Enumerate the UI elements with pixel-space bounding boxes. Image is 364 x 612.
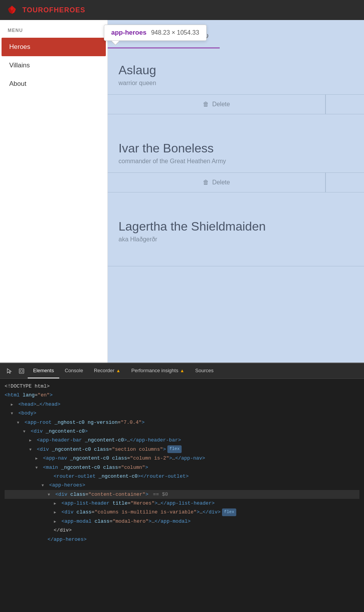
content-area: HEROES + ↻ Aslaug warrior queen 🗑 Delete…	[108, 20, 364, 363]
tooltip-size: 948.23 × 1054.33	[151, 29, 199, 36]
app-title: TOUROFHEROES	[22, 6, 85, 14]
svg-rect-8	[19, 369, 24, 373]
cursor-tool-button[interactable]	[3, 363, 15, 378]
tab-performance-label: Performance insights	[131, 368, 178, 373]
html-line-approot: ▼ <app-root _nghost-c0 ng-version="7.0.4…	[5, 418, 359, 427]
sidebar-item-about[interactable]: About	[2, 75, 106, 93]
action-right	[326, 95, 364, 114]
tab-elements-label: Elements	[33, 368, 54, 373]
tooltip-component-name: app-heroes	[111, 29, 147, 37]
delete-hero-button[interactable]: 🗑 Delete	[108, 173, 326, 192]
delete-label: Delete	[212, 179, 230, 186]
devtools-html-content[interactable]: <!DOCTYPE html> <html lang="en"> ▶ <head…	[0, 379, 364, 612]
card-spacer-1	[108, 114, 364, 130]
hero-actions: 🗑 Delete	[108, 172, 364, 192]
delete-hero-button[interactable]: 🗑 Delete	[108, 95, 326, 114]
hero-actions: 🗑 Delete	[108, 94, 364, 114]
performance-warning-icon: ▲	[180, 368, 184, 373]
tab-sources[interactable]: Sources	[190, 363, 219, 378]
html-line-html: <html lang="en">	[5, 391, 359, 400]
tab-elements[interactable]: Elements	[28, 363, 59, 378]
html-line-close-div: </div>	[5, 526, 359, 535]
hero-card-ivar: Ivar the Boneless commander of the Great…	[108, 130, 364, 192]
hero-description: warrior queen	[119, 80, 353, 87]
sidebar-item-heroes[interactable]: Heroes	[2, 38, 106, 56]
hero-name: Ivar the Boneless	[119, 141, 353, 156]
svg-rect-9	[20, 370, 23, 372]
delete-label: Delete	[212, 101, 230, 108]
html-line-app-modal: ▶ <app-modal class="modal-hero">…</app-m…	[5, 517, 359, 526]
recorder-warning-icon: ▲	[116, 368, 120, 373]
html-line-close-app-heroes: </app-heroes>	[5, 535, 359, 544]
app-layout: MENU Heroes Villains About HEROES + ↻ As…	[0, 20, 364, 363]
html-line-doctype: <!DOCTYPE html>	[5, 382, 359, 391]
html-line-content-container: ▼ <div class="content-container"> == $0	[5, 490, 359, 499]
top-nav-bar: TOUROFHEROES	[0, 0, 364, 20]
menu-label: MENU	[0, 28, 107, 38]
html-line-app-list-header: ▶ <app-list-header title="Heroes">…</app…	[5, 499, 359, 508]
trash-icon: 🗑	[203, 179, 209, 186]
hero-card-aslaug: Aslaug warrior queen 🗑 Delete	[108, 52, 364, 114]
tab-recorder[interactable]: Recorder ▲	[88, 363, 126, 378]
html-line-div-ngcontent: ▼ <div _ngcontent-c0>	[5, 427, 359, 436]
action-right	[326, 173, 364, 192]
angular-logo	[6, 4, 18, 16]
devtools-tabs: Elements Console Recorder ▲ Performance …	[0, 363, 364, 379]
html-line-body: ▼ <body>	[5, 409, 359, 418]
trash-icon: 🗑	[203, 101, 209, 108]
html-line-router-outlet: <router-outlet _ngcontent-c0></router-ou…	[5, 472, 359, 481]
tab-performance[interactable]: Performance insights ▲	[126, 363, 190, 378]
inspect-tool-button[interactable]	[15, 363, 28, 378]
html-line-div-columns: ▶ <div class="columns is-multiline is-va…	[5, 508, 359, 517]
component-tooltip: app-heroes 948.23 × 1054.33	[104, 25, 207, 41]
sidebar-item-villains[interactable]: Villains	[2, 56, 106, 75]
tab-sources-label: Sources	[195, 368, 214, 373]
html-line-appnav: ▶ <app-nav _ngcontent-c0 class="column i…	[5, 454, 359, 463]
hero-name: Lagertha the Shieldmaiden	[119, 219, 353, 234]
hero-card-lagertha: Lagertha the Shieldmaiden aka Hlaðgerðr	[108, 208, 364, 266]
sidebar: MENU Heroes Villains About	[0, 20, 108, 363]
html-line-app-heroes: ▼ <app-heroes>	[5, 481, 359, 490]
html-line-main: ▼ <main _ngcontent-c0 class="column">	[5, 463, 359, 472]
hero-description: aka Hlaðgerðr	[119, 236, 353, 243]
hero-name: Aslaug	[119, 63, 353, 77]
html-line-head: ▶ <head>…</head>	[5, 400, 359, 409]
html-line-div-section: ▼ <div _ngcontent-c0 class="section colu…	[5, 445, 359, 454]
hero-description: commander of the Great Heathen Army	[119, 158, 353, 165]
tab-console-label: Console	[65, 368, 83, 373]
card-spacer-2	[108, 192, 364, 208]
devtools-panel: Elements Console Recorder ▲ Performance …	[0, 363, 364, 612]
tab-console[interactable]: Console	[59, 363, 88, 378]
tab-recorder-label: Recorder	[94, 368, 114, 373]
html-line-appheader: ▶ <app-header-bar _ngcontent-c0>…</app-h…	[5, 436, 359, 445]
